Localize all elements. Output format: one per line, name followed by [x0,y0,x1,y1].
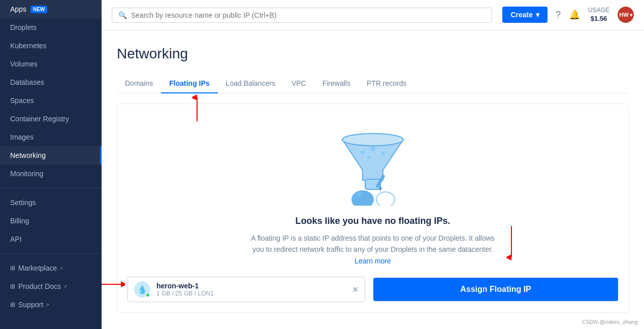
assign-floating-ip-button[interactable]: Assign Floating IP [373,278,618,301]
droplet-info: heron-web-1 1 GB / 25 GB / LON1 [156,282,214,297]
tabs: Domains Floating IPs Load Balancers VPC … [117,74,629,93]
learn-more-link[interactable]: Learn more [355,257,391,265]
sidebar-item-product-docs[interactable]: ⊞Product Docs↗ [0,277,102,295]
page-title: Networking [117,46,629,62]
sidebar-item-billing[interactable]: Billing [0,212,102,230]
search-input[interactable] [131,11,486,19]
tab-vpc[interactable]: VPC [283,74,314,93]
svg-point-3 [342,134,403,146]
external-link-icon: ↗ [63,284,67,289]
sidebar-item-support[interactable]: ⊞Support↗ [0,295,102,314]
svg-point-5 [351,190,374,206]
sidebar-bottom-divider [0,253,102,254]
droplet-close-icon[interactable]: ✕ [352,285,359,294]
droplet-name: heron-web-1 [156,282,214,290]
sidebar-badge-apps: NEW [30,6,47,13]
svg-point-6 [357,192,363,197]
create-label: Create [510,11,533,19]
sidebar-item-images[interactable]: Images [0,128,102,146]
empty-state-description: A floating IP is a static IP address tha… [246,233,500,267]
tab-load-balancers[interactable]: Load Balancers [218,74,283,93]
funnel-illustration [332,124,413,206]
external-link-icon: ↗ [59,266,63,271]
svg-point-9 [370,146,375,151]
sidebar-item-apps[interactable]: AppsNEW [0,0,102,18]
droplet-icon: 💧 [137,285,147,294]
bell-icon[interactable]: 🔔 [569,9,580,20]
usage-amount: $1.56 [588,15,609,23]
avatar-chevron: ▾ [630,12,632,18]
external-icon: ⊞ [10,283,15,290]
tab-firewalls[interactable]: Firewalls [314,74,359,93]
sidebar: AppsNEWDropletsKubernetesVolumesDatabase… [0,0,102,329]
page-content: Networking Domains Floating IPs Load Bal… [102,30,644,329]
search-icon: 🔍 [118,11,127,19]
external-link-icon: ↗ [45,302,49,308]
sidebar-item-droplets[interactable]: Droplets [0,18,102,37]
sidebar-divider [0,188,102,188]
bottom-action-row: 💧 heron-web-1 1 GB / 25 GB / LON1 ✕ [127,267,618,302]
sidebar-item-networking[interactable]: Networking▶ [0,146,102,164]
main-content: 🔍 Create ▾ ? 🔔 USAGE $1.56 HW ▾ Networki… [102,0,644,329]
search-bar[interactable]: 🔍 [112,8,492,23]
svg-point-7 [376,192,395,206]
tab-ptr-records[interactable]: PTR records [359,74,415,93]
chevron-down-icon: ▾ [536,11,539,19]
avatar[interactable]: HW ▾ [618,7,634,23]
droplet-meta: 1 GB / 25 GB / LON1 [156,290,214,297]
svg-point-10 [381,152,385,155]
header: 🔍 Create ▾ ? 🔔 USAGE $1.56 HW ▾ [102,0,644,30]
external-icon: ⊞ [10,301,15,308]
avatar-initials: HW [619,12,628,18]
sidebar-item-spaces[interactable]: Spaces [0,91,102,110]
sidebar-item-api[interactable]: API [0,230,102,248]
sidebar-item-monitoring[interactable]: Monitoring [0,164,102,183]
sidebar-item-databases[interactable]: Databases [0,73,102,91]
watermark: CSDN @mikes_zhang [582,319,638,325]
usage-block: USAGE $1.56 [588,7,609,23]
tab-floating-ips[interactable]: Floating IPs [161,74,217,93]
sidebar-item-settings[interactable]: Settings [0,193,102,212]
svg-point-11 [367,156,370,159]
help-icon[interactable]: ? [556,10,561,20]
tab-domains[interactable]: Domains [117,74,161,93]
header-actions: Create ▾ ? 🔔 USAGE $1.56 HW ▾ [502,7,634,23]
sidebar-item-kubernetes[interactable]: Kubernetes [0,37,102,55]
assign-down-arrow-annotation [506,226,517,261]
droplet-avatar: 💧 [134,281,150,298]
sidebar-item-container-registry[interactable]: Container Registry [0,110,102,128]
droplet-selector[interactable]: 💧 heron-web-1 1 GB / 25 GB / LON1 ✕ [127,277,365,302]
svg-point-8 [361,150,365,154]
droplet-arrow-annotation [102,279,125,289]
empty-state-title: Looks like you have no floating IPs. [295,216,450,226]
content-card: Looks like you have no floating IPs. A f… [117,104,629,313]
usage-label: USAGE [588,7,609,15]
droplet-status-dot [146,293,150,297]
sidebar-item-marketplace[interactable]: ⊞Marketplace↗ [0,259,102,277]
external-icon: ⊞ [10,265,15,272]
create-button[interactable]: Create ▾ [502,7,548,23]
sidebar-item-volumes[interactable]: Volumes [0,55,102,73]
